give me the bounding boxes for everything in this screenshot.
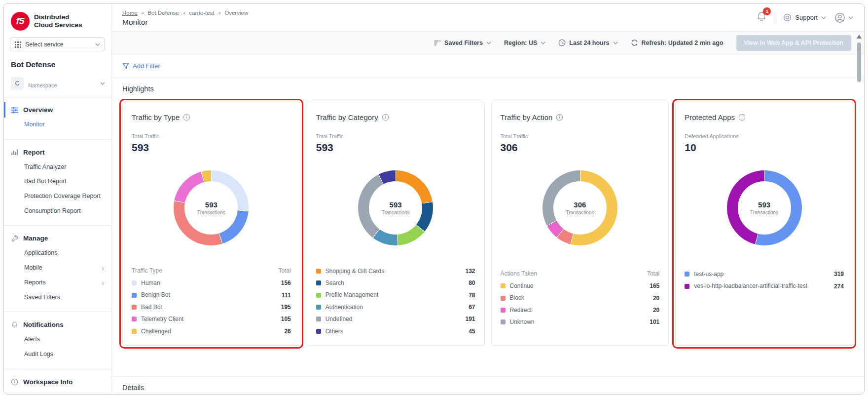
- legend-row[interactable]: Authentication67: [316, 301, 475, 313]
- sidebar-item-monitor[interactable]: Monitor: [4, 118, 111, 132]
- legend-label: Profile Management: [326, 291, 464, 298]
- legend-row[interactable]: Others45: [316, 325, 475, 337]
- sidebar-subitem-label: Protection Coverage Report: [24, 193, 104, 200]
- metric-label: Total Traffic: [501, 133, 660, 139]
- sidebar-item-report[interactable]: Report: [4, 145, 111, 160]
- sidebar-item-traffic-analyzer[interactable]: Traffic Analyzer: [4, 160, 111, 175]
- info-icon[interactable]: [382, 114, 389, 121]
- donut-chart[interactable]: 593 Transactions: [727, 170, 802, 245]
- sidebar-item-reports[interactable]: Reports›: [4, 276, 111, 290]
- sidebar-item-mobile[interactable]: Mobile›: [4, 261, 111, 276]
- region-dropdown[interactable]: Region: US: [504, 40, 545, 46]
- donut-center-value: 593: [205, 200, 217, 209]
- sidebar-item-audit-logs[interactable]: Audit Logs: [4, 347, 111, 362]
- chevron-down-icon: [821, 16, 826, 19]
- sidebar-item-saved-filters[interactable]: Saved Filters: [4, 290, 111, 305]
- select-service-dropdown[interactable]: Select service: [10, 38, 105, 51]
- legend-row[interactable]: Redirect20: [501, 304, 660, 316]
- legend-swatch-icon: [316, 293, 321, 298]
- refresh-label: Refresh: Updated 2 min ago: [642, 40, 723, 46]
- sidebar-item-consumption-report[interactable]: Consumption Report: [4, 204, 111, 219]
- breadcrumb-item: Overview: [224, 10, 248, 16]
- legend-value: 132: [465, 268, 475, 275]
- legend-label: Unknown: [510, 318, 646, 325]
- sidebar-section-workspace-info: Workspace InfoAbout: [4, 369, 111, 395]
- f5-logo-icon: f5: [11, 12, 30, 31]
- chart-legend: Traffic TypeTotalHuman156Benign Bot111Ba…: [132, 265, 291, 337]
- legend-value: 319: [834, 271, 844, 278]
- vertical-scrollbar[interactable]: [857, 35, 862, 380]
- legend-swatch-icon: [685, 284, 689, 289]
- legend-row[interactable]: ves-io-http-loadbalancer-artificial-traf…: [685, 280, 844, 292]
- metric-label: Defended Applications: [685, 133, 844, 139]
- donut-center: 593 Transactions: [369, 181, 422, 235]
- sidebar-section-notifications: NotificationsAlertsAudit Logs: [4, 312, 111, 369]
- chart-legend: test-us-app319ves-io-http-loadbalancer-a…: [685, 268, 844, 292]
- sidebar-subitem-label: Consumption Report: [24, 207, 104, 215]
- breadcrumb-item[interactable]: Home: [122, 10, 138, 16]
- view-in-waap-button[interactable]: View in Web App & API Protection: [736, 35, 851, 51]
- legend-value: 80: [469, 279, 475, 286]
- sidebar-item-about[interactable]: About: [4, 390, 111, 395]
- legend-row[interactable]: Unknown101: [501, 316, 660, 328]
- add-filter-button[interactable]: Add Filter: [122, 62, 160, 70]
- saved-filters-dropdown[interactable]: Saved Filters: [434, 40, 491, 46]
- namespace-dropdown[interactable]: C Namespace: [4, 71, 111, 97]
- legend-row[interactable]: Shopping & Gift Cards132: [316, 265, 475, 277]
- legend-value: 45: [469, 328, 475, 335]
- scroll-up-arrow-icon[interactable]: [857, 35, 862, 39]
- legend-row[interactable]: test-us-app319: [685, 268, 844, 280]
- chart-legend: Shopping & Gift Cards132Search80Profile …: [316, 265, 475, 337]
- sidebar-item-alerts[interactable]: Alerts: [4, 332, 111, 347]
- legend-row[interactable]: Telemetry Client105: [132, 313, 291, 325]
- sidebar-item-applications[interactable]: Applications: [4, 246, 111, 261]
- chevron-down-icon: [486, 41, 491, 44]
- sidebar-item-bad-bot-report[interactable]: Bad Bot Report: [4, 174, 111, 189]
- sidebar-item-overview[interactable]: Overview: [4, 102, 111, 118]
- donut-chart[interactable]: 306 Transactions: [542, 170, 617, 245]
- info-icon[interactable]: [556, 114, 563, 121]
- legend-row[interactable]: Human156: [132, 277, 291, 289]
- legend-value: 20: [653, 295, 659, 302]
- breadcrumb-separator: >: [218, 10, 221, 16]
- legend-swatch-icon: [316, 317, 321, 321]
- sidebar-subitem-label: Reports: [24, 279, 102, 287]
- info-icon[interactable]: [738, 114, 746, 121]
- notifications-bell-button[interactable]: 1: [756, 11, 767, 25]
- legend-row[interactable]: Challenged26: [132, 325, 291, 337]
- account-menu[interactable]: [834, 12, 853, 24]
- legend-swatch-icon: [132, 293, 137, 298]
- scrollbar-thumb[interactable]: [857, 42, 861, 82]
- saved-filters-label: Saved Filters: [444, 40, 483, 46]
- sidebar-item-workspace-info[interactable]: Workspace Info: [4, 374, 111, 390]
- sidebar-subitem-label: Alerts: [24, 336, 104, 344]
- sidebar-item-notifications[interactable]: Notifications: [4, 317, 111, 332]
- sidebar-item-protection-coverage-report[interactable]: Protection Coverage Report: [4, 189, 111, 204]
- sidebar-subitem-label: Audit Logs: [24, 351, 104, 358]
- header-divider: [775, 12, 775, 23]
- card-title: Traffic by Category: [316, 113, 378, 121]
- refresh-button[interactable]: Refresh: Updated 2 min ago: [631, 39, 723, 46]
- card-title: Traffic by Action: [501, 113, 553, 121]
- legend-row[interactable]: Benign Bot111: [132, 289, 291, 301]
- legend-row[interactable]: Continue165: [501, 280, 660, 292]
- legend-row[interactable]: Undefined191: [316, 313, 475, 325]
- donut-chart[interactable]: 593 Transactions: [358, 170, 433, 245]
- legend-row[interactable]: Search80: [316, 277, 475, 289]
- legend-row[interactable]: Bad Bot195: [132, 301, 291, 313]
- legend-value: 26: [284, 328, 290, 335]
- support-menu[interactable]: Support: [783, 13, 826, 22]
- legend-row[interactable]: Profile Management78: [316, 289, 475, 301]
- donut-chart[interactable]: 593 Transactions: [174, 170, 249, 245]
- legend-value: 20: [653, 307, 659, 314]
- time-range-dropdown[interactable]: Last 24 hours: [558, 39, 617, 46]
- legend-value: 67: [469, 304, 475, 311]
- namespace-avatar: C: [11, 77, 24, 90]
- info-icon[interactable]: [183, 114, 190, 121]
- legend-value: 78: [469, 292, 475, 299]
- legend-row[interactable]: Block20: [501, 292, 660, 304]
- clock-icon: [558, 39, 566, 46]
- legend-swatch-icon: [685, 272, 689, 277]
- sidebar-item-manage[interactable]: Manage: [4, 231, 111, 246]
- chevron-down-icon: [95, 43, 100, 46]
